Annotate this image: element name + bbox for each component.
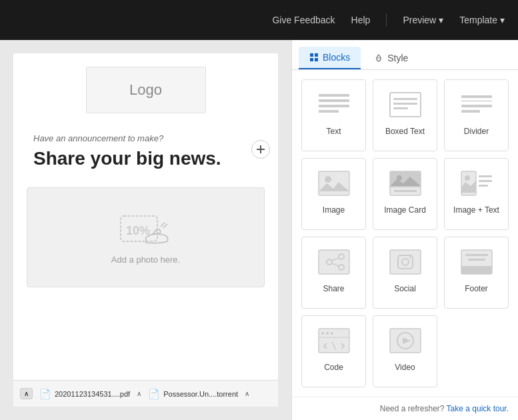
svg-rect-14: [319, 99, 349, 102]
svg-rect-19: [393, 103, 417, 105]
preview-nav[interactable]: Preview ▾: [403, 15, 443, 25]
hero-section: Have an announcement to make? Share your…: [13, 127, 278, 177]
quick-tour-link[interactable]: Take a quick tour.: [447, 404, 509, 413]
svg-rect-30: [394, 190, 417, 192]
help-nav[interactable]: Help: [351, 15, 371, 25]
tab-blocks[interactable]: Blocks: [299, 47, 361, 69]
divider-block-icon: [457, 88, 497, 121]
preview-label: Preview: [403, 15, 436, 25]
boxed-text-block-icon: [385, 88, 425, 121]
social-block-icon: [385, 245, 425, 279]
block-image-plus-text[interactable]: Image + Text: [444, 158, 509, 230]
main-layout: Logo Have an announcement to make? Share…: [0, 40, 518, 420]
add-block-button[interactable]: [251, 140, 270, 159]
divider-block-label: Divider: [464, 127, 489, 136]
block-image[interactable]: Image: [301, 158, 366, 230]
code-block-label: Code: [324, 363, 343, 372]
torrent-icon: 📄: [148, 389, 159, 399]
style-icon: [374, 53, 383, 63]
template-nav[interactable]: Template ▾: [459, 15, 505, 25]
share-block-label: Share: [323, 284, 344, 293]
image-card-block-icon: [385, 167, 425, 200]
give-feedback-nav[interactable]: Give Feedback: [272, 15, 335, 25]
code-block-icon: [314, 324, 354, 357]
logo-text: Logo: [129, 81, 162, 99]
coupon-illustration: 10%: [119, 209, 173, 249]
svg-point-53: [331, 332, 333, 335]
boxed-text-block-label: Boxed Text: [385, 127, 425, 136]
preview-chevron: ▾: [439, 15, 443, 25]
svg-point-52: [326, 332, 329, 335]
svg-line-7: [163, 224, 167, 228]
plus-icon: [256, 145, 265, 154]
svg-rect-47: [461, 266, 492, 274]
svg-rect-33: [479, 175, 492, 177]
svg-rect-23: [461, 105, 492, 107]
give-feedback-label: Give Feedback: [272, 15, 335, 25]
tab-style[interactable]: Style: [363, 47, 419, 69]
block-boxed-text[interactable]: Boxed Text: [373, 79, 437, 151]
footer-block-icon: [457, 245, 497, 279]
template-chevron: ▾: [500, 15, 505, 25]
svg-point-45: [409, 257, 411, 259]
hero-subtitle: Have an announcement to make?: [33, 133, 258, 143]
svg-rect-11: [315, 58, 318, 61]
top-navigation: Give Feedback Help Preview ▾ Template ▾: [0, 0, 518, 40]
refresher-text: Need a refresher?: [380, 404, 445, 413]
text-block-icon: [314, 88, 354, 121]
svg-line-6: [161, 223, 165, 227]
hero-title: Share your big news.: [33, 147, 258, 170]
image-block-label: Image: [323, 205, 345, 215]
pdf-filename: 20201123134531....pdf: [55, 390, 130, 398]
svg-rect-48: [465, 254, 488, 256]
image-placeholder-block[interactable]: 10% Add a photo here.: [27, 187, 265, 287]
share-block-icon: [314, 245, 354, 279]
footer-block-label: Footer: [465, 284, 488, 293]
svg-rect-24: [461, 110, 480, 113]
torrent-download-item[interactable]: 📄 Possessor.Un....torrent: [148, 389, 238, 399]
svg-rect-9: [315, 53, 318, 57]
torrent-filename: Possessor.Un....torrent: [163, 390, 238, 398]
pdf-chevron[interactable]: ∧: [137, 390, 141, 397]
template-label: Template: [459, 15, 497, 25]
image-plus-text-block-icon: [457, 167, 497, 200]
blocks-grid-icon: [309, 53, 319, 62]
download-bar: ∧ 📄 20201123134531....pdf ∧ 📄 Possessor.…: [13, 380, 278, 407]
svg-rect-16: [319, 110, 339, 113]
blocks-grid: Text Boxed Text: [292, 70, 518, 397]
tab-blocks-label: Blocks: [323, 52, 350, 63]
download-bar-up-btn-left[interactable]: ∧: [20, 388, 33, 399]
block-social[interactable]: Social: [373, 237, 437, 309]
video-block-label: Video: [395, 363, 415, 372]
canvas-area: Logo Have an announcement to make? Share…: [0, 40, 291, 420]
image-block-icon: [314, 167, 354, 200]
svg-rect-35: [479, 185, 488, 187]
social-block-label: Social: [394, 284, 416, 293]
svg-point-32: [465, 175, 470, 181]
image-plus-text-block-label: Image + Text: [453, 205, 499, 215]
pdf-icon: 📄: [39, 389, 51, 399]
video-block-icon: [385, 324, 425, 357]
logo-block[interactable]: Logo: [86, 67, 206, 113]
nav-divider: [386, 13, 387, 27]
svg-rect-25: [319, 171, 349, 195]
svg-rect-15: [319, 105, 349, 107]
block-text[interactable]: Text: [301, 79, 366, 151]
svg-rect-36: [319, 250, 349, 274]
svg-rect-10: [310, 58, 313, 61]
help-label: Help: [351, 15, 371, 25]
svg-rect-18: [393, 98, 417, 100]
block-video[interactable]: Video: [373, 315, 437, 387]
sidebar-tabs: Blocks Style: [292, 40, 518, 70]
pdf-download-item[interactable]: 📄 20201123134531....pdf: [39, 389, 130, 399]
image-card-block-label: Image Card: [384, 205, 426, 215]
svg-text:10%: 10%: [126, 224, 150, 237]
block-footer[interactable]: Footer: [444, 237, 509, 309]
svg-point-26: [325, 176, 331, 183]
block-image-card[interactable]: Image Card: [373, 158, 437, 230]
torrent-chevron[interactable]: ∧: [245, 390, 249, 397]
block-share[interactable]: Share: [301, 237, 366, 309]
block-code[interactable]: Code: [301, 315, 366, 387]
block-divider[interactable]: Divider: [444, 79, 509, 151]
svg-rect-42: [390, 250, 421, 274]
